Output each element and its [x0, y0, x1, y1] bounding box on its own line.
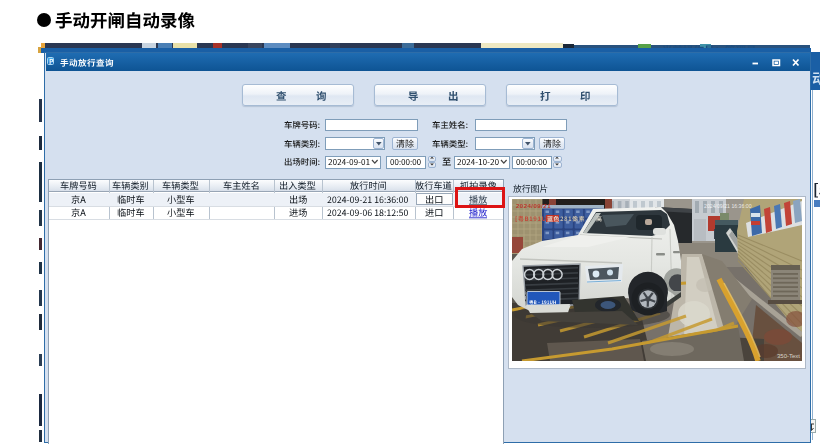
svg-text:2024/09/21 16:36:00: 2024/09/21 16:36:00 — [704, 203, 752, 209]
svg-text:350-Text: 350-Text — [776, 353, 799, 359]
svg-text:2024/09/21: 2024/09/21 — [516, 201, 551, 208]
